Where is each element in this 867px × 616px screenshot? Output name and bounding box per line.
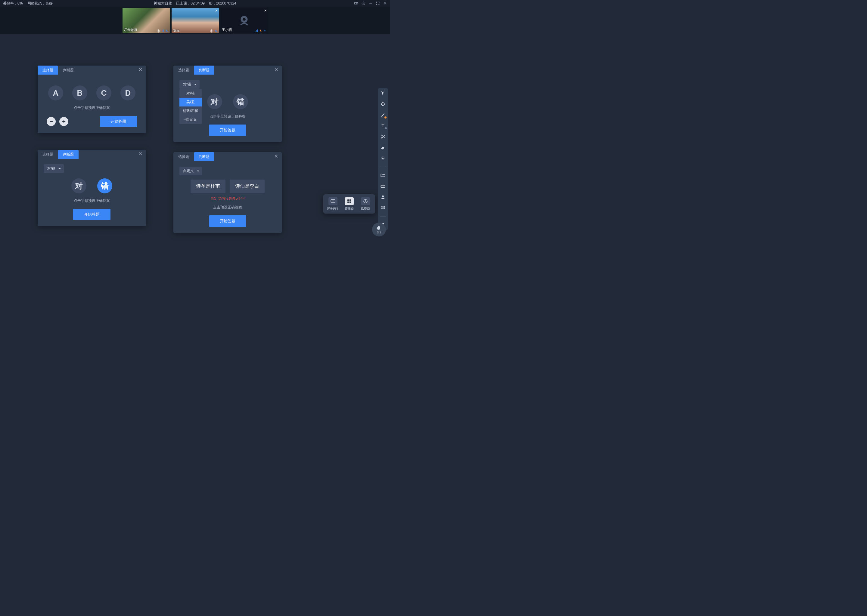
start-quiz-button[interactable]: 开始答题: [209, 215, 246, 227]
raise-hand-button[interactable]: 0/2: [372, 223, 386, 236]
svg-point-29: [383, 207, 384, 208]
panel-close-icon[interactable]: ✕: [271, 152, 282, 161]
tab-judge[interactable]: 判断题: [194, 66, 214, 75]
option-a[interactable]: A: [48, 85, 63, 101]
chat-icon[interactable]: [380, 205, 386, 211]
settings-icon[interactable]: [361, 1, 366, 5]
svg-point-27: [382, 207, 383, 208]
svg-point-28: [383, 207, 383, 208]
svg-rect-15: [350, 201, 351, 203]
class-title: 神秘大自然: [154, 1, 172, 6]
files-icon[interactable]: [380, 172, 386, 178]
svg-point-2: [158, 30, 159, 31]
mic-icon: [165, 28, 169, 32]
tab-choice[interactable]: 选择题: [38, 66, 58, 75]
move-tool-icon[interactable]: [380, 101, 386, 107]
judge-type-dropdown[interactable]: 自定义: [180, 167, 202, 175]
judge-type-dropdown[interactable]: 对/错: [180, 80, 200, 89]
video-cell-student[interactable]: ✕ 王小明: [221, 8, 268, 33]
quiz-tool-button[interactable]: 答题器: [343, 197, 355, 211]
error-text: 自定义内容最多5个字: [180, 196, 276, 201]
svg-rect-24: [384, 186, 385, 187]
dd-item[interactable]: 精致/粗糙: [180, 107, 202, 115]
svg-rect-22: [382, 186, 382, 187]
option-d[interactable]: D: [120, 85, 136, 101]
buzzer-tool-button[interactable]: 抢答器: [359, 197, 372, 211]
record-icon: [156, 28, 160, 32]
cursor-tool-icon[interactable]: [380, 90, 386, 96]
svg-point-5: [211, 30, 212, 31]
video-cell-teacher[interactable]: 叮当老师: [123, 8, 170, 33]
increase-options-button[interactable]: +: [59, 117, 68, 126]
signal-icon: [255, 28, 258, 32]
apps-icon[interactable]: [380, 183, 386, 189]
hint-text: 点击字母预设正确答案: [44, 105, 140, 110]
pen-tool-icon[interactable]: [380, 112, 386, 118]
signal-icon: [161, 28, 164, 32]
right-toolbar: [378, 88, 388, 230]
session-id: ID：2020070324: [209, 1, 236, 6]
eraser-tool-icon[interactable]: [380, 145, 386, 150]
text-tool-icon[interactable]: [380, 123, 386, 129]
option-false[interactable]: 错: [233, 94, 248, 109]
panel-close-icon[interactable]: ✕: [135, 150, 146, 159]
svg-point-19: [382, 158, 384, 159]
svg-rect-3: [166, 30, 167, 31]
start-quiz-button[interactable]: 开始答题: [73, 209, 110, 220]
hint-text: 点击预设正确答案: [180, 205, 276, 210]
start-quiz-button[interactable]: 开始答题: [209, 124, 246, 136]
top-status-bar: 丢包率：0% 网络状态：良好 神秘大自然 已上课：02:34:09 ID：202…: [0, 0, 390, 6]
judge-type-dropdown[interactable]: 对/错: [44, 164, 64, 173]
users-icon[interactable]: [380, 194, 386, 200]
video-name: 叮当老师: [124, 28, 137, 32]
panel-close-icon[interactable]: ✕: [271, 66, 282, 75]
decrease-options-button[interactable]: −: [47, 117, 56, 126]
svg-point-0: [363, 3, 364, 4]
video-cell-student[interactable]: ✕ Nina: [172, 8, 219, 33]
close-window-icon[interactable]: [383, 1, 387, 5]
svg-point-8: [243, 18, 246, 21]
option-true[interactable]: 对: [207, 94, 222, 109]
video-name: Nina: [173, 28, 180, 32]
svg-rect-12: [347, 200, 349, 201]
dd-item[interactable]: 美/丑: [180, 98, 202, 107]
tab-judge[interactable]: 判断题: [194, 152, 214, 161]
svg-rect-6: [215, 30, 216, 31]
quiz-panel-judge-selected: 选择题 判断题 ✕ 对/错 对 错 点击字母预设正确答案 开始答题: [38, 150, 146, 226]
scissors-tool-icon[interactable]: [380, 134, 386, 140]
hand-count: 0/2: [377, 231, 381, 234]
custom-option[interactable]: 诗圣是杜甫: [191, 179, 225, 193]
mic-muted-icon: [259, 28, 263, 32]
dd-item[interactable]: +自定义: [180, 115, 202, 124]
panel-close-icon[interactable]: ✕: [135, 66, 146, 75]
laser-tool-icon[interactable]: [380, 155, 386, 161]
svg-rect-10: [264, 30, 265, 31]
video-close-icon[interactable]: ✕: [264, 9, 267, 13]
option-c[interactable]: C: [96, 85, 111, 101]
whiteboard-area: 选择题 判断题 ✕ A B C D 点击字母预设正确答案 − + 开始答题 选择: [0, 34, 390, 277]
tab-judge[interactable]: 判断题: [58, 150, 79, 159]
minimize-icon[interactable]: [369, 1, 373, 5]
record-icon: [210, 28, 213, 32]
custom-option[interactable]: 诗仙是李白: [230, 179, 265, 193]
teaching-tools-popup: 屏幕共享 答题器 抢答器: [323, 194, 375, 214]
tab-choice[interactable]: 选择题: [38, 150, 58, 159]
judge-type-menu: 对/错 美/丑 精致/粗糙 +自定义: [180, 89, 202, 124]
option-true[interactable]: 对: [71, 178, 87, 193]
camera-toggle-icon[interactable]: [354, 1, 358, 5]
option-false[interactable]: 错: [97, 178, 112, 193]
screen-share-button[interactable]: 屏幕共享: [327, 197, 339, 211]
hint-text: 点击字母预设正确答案: [44, 198, 140, 203]
tab-choice[interactable]: 选择题: [173, 66, 194, 75]
start-quiz-button[interactable]: 开始答题: [100, 116, 137, 127]
tab-judge[interactable]: 判断题: [58, 66, 79, 75]
option-b[interactable]: B: [72, 85, 87, 101]
dd-item[interactable]: 对/错: [180, 89, 202, 98]
video-name: 王小明: [222, 28, 232, 32]
fullscreen-icon[interactable]: [376, 1, 380, 5]
tab-choice[interactable]: 选择题: [173, 152, 194, 161]
video-close-icon[interactable]: ✕: [215, 9, 218, 13]
network-status: 网络状态：良好: [27, 1, 53, 6]
svg-rect-14: [347, 201, 349, 203]
quiz-panel-choice: 选择题 判断题 ✕ A B C D 点击字母预设正确答案 − + 开始答题: [38, 66, 146, 133]
